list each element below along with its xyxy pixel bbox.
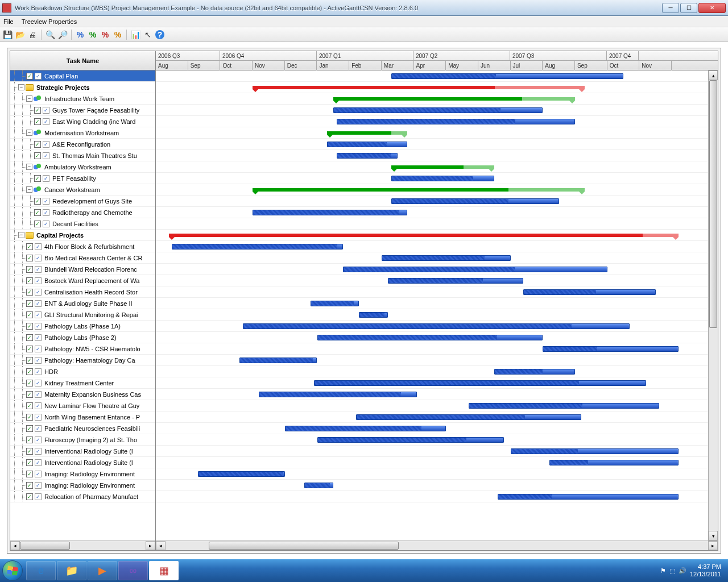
open-icon[interactable]: 📂 (15, 30, 25, 40)
tree-row[interactable]: ✓✓North Wing Basement Entance - P (10, 411, 155, 423)
percent-orange-icon[interactable]: % (113, 30, 123, 40)
menu-treeview-properties[interactable]: Treeview Properties (22, 18, 77, 25)
chart-tool-icon[interactable]: 📊 (130, 30, 140, 40)
tree-row[interactable]: ✓✓Redevelopment of Guys Site (10, 196, 155, 207)
gantt-bar[interactable] (337, 119, 576, 124)
tree-row[interactable]: −Ambulatory Workstream (10, 161, 155, 173)
summary-bar[interactable] (327, 131, 391, 135)
tree-row[interactable]: ✓✓Pathology Labs (Phase 2) (10, 332, 155, 343)
zoom-in-icon[interactable]: 🔍 (45, 30, 55, 40)
gantt-bar[interactable] (285, 426, 446, 431)
gantt-bar[interactable] (311, 301, 359, 306)
summary-bar[interactable] (391, 165, 464, 169)
gantt-bar[interactable] (253, 210, 407, 215)
summary-bar[interactable] (333, 97, 522, 101)
system-tray[interactable]: ⚑ ⬚ 🔊 4:37 PM 12/13/2011 (660, 563, 726, 578)
tree-row[interactable]: ✓✓HDR (10, 366, 155, 377)
tree-row[interactable]: ✓✓Imaging: Radiology Environment (10, 468, 155, 480)
tray-volume-icon[interactable]: 🔊 (679, 567, 686, 575)
gantt-bar[interactable] (343, 267, 607, 272)
tree-row[interactable]: −Capital Projects (10, 230, 155, 241)
pointer-icon[interactable]: ↖ (143, 30, 153, 40)
tree-row[interactable]: ✓✓Maternity Expansion Business Cas (10, 389, 155, 400)
print-icon[interactable]: 🖨 (27, 30, 38, 40)
percent-green-icon[interactable]: % (88, 30, 98, 40)
gantt-bar[interactable] (388, 278, 523, 284)
tree-row[interactable]: ✓✓Bostock Ward Replacement of Wa (10, 275, 155, 286)
gantt-bar[interactable] (259, 392, 417, 397)
percent-red-icon[interactable]: % (100, 30, 110, 40)
tree-row[interactable]: ✓✓ENT & Audiology Suite Phase II (10, 298, 155, 309)
menu-file[interactable]: File (3, 18, 14, 25)
scroll-left-icon[interactable]: ◂ (10, 541, 20, 550)
scroll-up-icon[interactable]: ▴ (709, 70, 718, 80)
gantt-bar[interactable] (391, 73, 623, 79)
tree-row[interactable]: ✓✓A&E Reconfiguration (10, 139, 155, 150)
tree-row[interactable]: ✓✓Pathology: Haematology Day Ca (10, 355, 155, 366)
percent-blue-icon[interactable]: % (75, 30, 85, 40)
taskbar-ie-icon[interactable]: e (26, 561, 56, 580)
gantt-bar[interactable] (391, 176, 494, 181)
tray-flag-icon[interactable]: ⚑ (660, 567, 666, 575)
tree-row[interactable]: ✓✓PET Feasability (10, 173, 155, 184)
save-icon[interactable]: 💾 (2, 30, 13, 40)
gantt-bar[interactable] (359, 312, 388, 318)
taskbar-media-icon[interactable]: ▶ (88, 561, 117, 580)
summary-bar[interactable] (253, 188, 508, 192)
tree-row[interactable]: ✓✓GLI Structural Monitoring & Repai (10, 309, 155, 321)
tree-row[interactable]: ✓✓Imaging: Radiology Environment (10, 480, 155, 491)
gantt-bar[interactable] (543, 346, 678, 352)
tree-row[interactable]: ✓✓Interventional Radiology Suite (I (10, 457, 155, 468)
gantt-bar[interactable] (333, 107, 543, 113)
gantt-bar[interactable] (549, 460, 679, 465)
scroll-right-icon[interactable]: ▸ (146, 541, 155, 550)
gantt-bar[interactable] (304, 483, 333, 488)
gantt-bar[interactable] (239, 357, 317, 363)
tray-clock[interactable]: 4:37 PM 12/13/2011 (690, 563, 721, 578)
gantt-bar[interactable] (511, 448, 679, 454)
start-button[interactable] (2, 560, 23, 581)
tree-row[interactable]: ✓✓Pathology: NW5 - CSR Haematolo (10, 343, 155, 355)
tree-row[interactable]: −Modernisation Workstream (10, 127, 155, 139)
gantt-bar[interactable] (172, 244, 343, 250)
scroll-down-icon[interactable]: ▾ (709, 531, 718, 541)
gantt-bar[interactable] (523, 289, 655, 295)
tree-row[interactable]: ✓✓Blundell Ward Relocation Florenc (10, 264, 155, 275)
gantt-bar[interactable] (382, 255, 511, 261)
tree-row[interactable]: ✓✓Bio Medical Research Center & CR (10, 252, 155, 264)
tree-row[interactable]: −Cancer Workstream (10, 184, 155, 196)
summary-bar[interactable] (253, 86, 495, 89)
tree-row[interactable]: ✓✓New Laminar Flow Theatre at Guy (10, 400, 155, 411)
tree-row[interactable]: ✓✓Pathology Labs (Phase 1A) (10, 321, 155, 332)
scroll-left-icon[interactable]: ◂ (156, 541, 166, 550)
chart-vscroll[interactable]: ▴ ▾ (708, 70, 718, 541)
tree-row[interactable]: ✓✓Radiotherapy and Chemothe (10, 207, 155, 218)
gantt-chart-area[interactable] (156, 70, 718, 541)
gantt-bar[interactable] (243, 323, 630, 329)
tree-row[interactable]: ✓✓Capital Plan (10, 70, 155, 82)
tree-row[interactable]: −Infrastructure Work Team (10, 93, 155, 105)
tree-row[interactable]: −Strategic Projects (10, 82, 155, 93)
maximize-button[interactable]: ☐ (680, 3, 697, 13)
close-button[interactable]: ✕ (698, 3, 726, 13)
tree-row[interactable]: ✓✓East Wing Cladding (inc Ward (10, 116, 155, 127)
gantt-bar[interactable] (317, 437, 504, 443)
task-tree[interactable]: ✓✓Capital Plan−Strategic Projects−Infras… (10, 70, 155, 541)
summary-bar[interactable] (169, 234, 643, 237)
tray-network-icon[interactable]: ⬚ (669, 567, 675, 575)
tree-row[interactable]: ✓✓Paediatric Neurosciences Feasibili (10, 423, 155, 434)
tree-row[interactable]: ✓✓Kidney Treatment Center (10, 377, 155, 389)
gantt-bar[interactable] (327, 142, 408, 147)
gantt-bar[interactable] (469, 403, 659, 409)
taskbar-vs-icon[interactable]: ∞ (118, 561, 148, 580)
gantt-bar[interactable] (337, 153, 398, 159)
tree-row[interactable]: ✓✓4th Floor Block & Refurbishment (10, 241, 155, 252)
help-icon[interactable]: ? (155, 30, 164, 39)
gantt-bar[interactable] (198, 471, 285, 477)
tree-row[interactable]: ✓✓Centralisation Health Record Stor (10, 286, 155, 298)
tree-row[interactable]: ✓✓Interventional Radiology Suite (I (10, 446, 155, 457)
gantt-bar[interactable] (317, 335, 543, 340)
gantt-bar[interactable] (314, 380, 646, 386)
tree-row[interactable]: ✓✓Decant Facilities (10, 218, 155, 230)
gantt-bar[interactable] (391, 198, 559, 204)
